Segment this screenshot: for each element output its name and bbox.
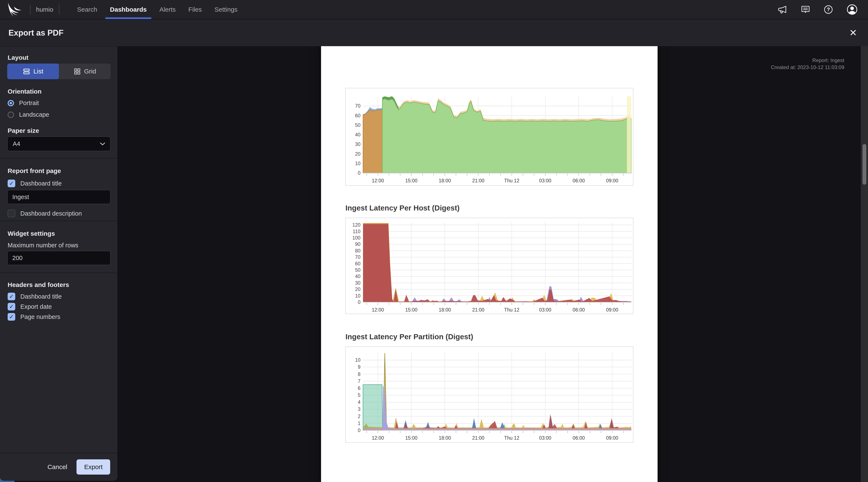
svg-text:09:00: 09:00 (606, 307, 618, 313)
hf-dashboard-title-row[interactable]: Dashboard title (8, 293, 62, 300)
svg-text:60: 60 (355, 261, 361, 266)
chevron-down-icon (100, 142, 105, 146)
svg-text:?: ? (827, 6, 830, 12)
megaphone-icon[interactable] (778, 5, 787, 14)
layout-heading: Layout (8, 54, 28, 61)
svg-text:06:00: 06:00 (572, 307, 585, 313)
list-label: List (33, 68, 43, 75)
export-dialog-header: Export as PDF ✕ (0, 20, 868, 46)
svg-text:0: 0 (358, 299, 361, 305)
nav-right-icons: ? (778, 4, 858, 15)
dashboard-title-label: Dashboard title (20, 180, 62, 187)
orientation-heading: Orientation (8, 88, 41, 95)
layout-segmented-control: List Grid (7, 64, 111, 79)
area-chart-latency-partition: 01234567891012:0015:0018:0021:00Thu 1203… (346, 347, 633, 442)
svg-text:110: 110 (352, 229, 361, 234)
chart-title-latency-partition: Ingest Latency Per Partition (Digest) (345, 332, 473, 341)
headers-footers-heading: Headers and footers (8, 281, 69, 288)
svg-text:1: 1 (358, 421, 361, 426)
svg-text:12:00: 12:00 (372, 307, 384, 313)
svg-text:06:00: 06:00 (572, 178, 585, 183)
radio-landscape[interactable]: Landscape (8, 111, 49, 118)
scrollbar-track[interactable] (861, 46, 868, 482)
portrait-radio-control[interactable] (8, 100, 14, 106)
max-rows-input[interactable] (7, 251, 111, 265)
svg-text:03:00: 03:00 (539, 307, 551, 313)
hf-export-date-row[interactable]: Export date (8, 303, 52, 311)
svg-text:70: 70 (355, 254, 361, 260)
grid-icon (73, 68, 81, 75)
svg-text:10: 10 (355, 293, 361, 299)
hf-dashboard-title-checkbox[interactable] (8, 293, 15, 300)
section-divider (0, 158, 117, 158)
layout-grid-button[interactable]: Grid (59, 64, 111, 79)
nav-item-files[interactable]: Files (182, 0, 208, 19)
nav-separator (30, 5, 31, 14)
svg-text:40: 40 (355, 274, 361, 279)
feedback-icon[interactable] (801, 5, 810, 14)
pdf-created-at: Created at: 2023-10-12 11:03:09 (771, 64, 844, 71)
dashboard-title-input[interactable] (7, 190, 111, 204)
area-chart-ingest-queue: 01020304050607012:0015:0018:0021:00Thu 1… (346, 88, 633, 185)
export-button[interactable]: Export (76, 459, 110, 475)
svg-text:21:00: 21:00 (472, 307, 485, 313)
svg-text:20: 20 (355, 151, 361, 157)
dashboard-description-label: Dashboard description (20, 210, 82, 217)
list-icon (23, 68, 30, 75)
svg-text:15:00: 15:00 (405, 435, 417, 441)
section-divider (0, 221, 117, 221)
svg-text:3: 3 (358, 407, 361, 412)
svg-text:15:00: 15:00 (405, 178, 417, 183)
dialog-title: Export as PDF (8, 28, 64, 37)
dashboard-title-checkbox[interactable] (8, 180, 15, 187)
falcon-logo-icon[interactable] (4, 2, 25, 18)
svg-text:Thu 12: Thu 12 (504, 178, 519, 183)
layout-list-button[interactable]: List (7, 64, 59, 79)
radio-portrait[interactable]: Portrait (8, 100, 39, 106)
hf-page-numbers-checkbox[interactable] (8, 313, 15, 321)
svg-text:7: 7 (358, 379, 361, 384)
paper-size-select[interactable]: A4 (7, 136, 111, 151)
help-icon[interactable]: ? (824, 5, 833, 14)
nav-item-search[interactable]: Search (71, 0, 104, 19)
hf-page-numbers-row[interactable]: Page numbers (8, 313, 60, 321)
hf-export-date-label: Export date (20, 303, 52, 310)
svg-text:10: 10 (355, 357, 361, 363)
dashboard-title-checkbox-row[interactable]: Dashboard title (8, 180, 62, 187)
nav-item-settings[interactable]: Settings (208, 0, 244, 19)
dashboard-description-checkbox[interactable] (8, 210, 15, 217)
svg-text:18:00: 18:00 (439, 178, 451, 183)
hf-page-numbers-label: Page numbers (20, 314, 60, 320)
svg-text:09:00: 09:00 (606, 178, 618, 183)
svg-text:18:00: 18:00 (439, 307, 451, 313)
svg-text:120: 120 (352, 222, 361, 228)
landscape-label: Landscape (19, 111, 49, 118)
nav-item-dashboards[interactable]: Dashboards (104, 0, 153, 19)
paper-size-value: A4 (13, 140, 20, 148)
close-icon[interactable]: ✕ (847, 27, 859, 38)
svg-text:03:00: 03:00 (539, 178, 551, 183)
export-settings-sidebar: Layout List Grid Orientation Portrait La… (0, 46, 117, 481)
cancel-button[interactable]: Cancel (48, 463, 67, 471)
svg-text:80: 80 (355, 248, 361, 254)
svg-text:06:00: 06:00 (572, 435, 585, 441)
svg-text:Thu 12: Thu 12 (504, 435, 519, 441)
svg-text:21:00: 21:00 (472, 435, 485, 441)
svg-text:9: 9 (358, 364, 361, 370)
paper-size-heading: Paper size (8, 127, 39, 134)
chart-panel-ingest-queue: 01020304050607012:0015:0018:0021:00Thu 1… (345, 88, 633, 186)
svg-text:50: 50 (355, 122, 361, 128)
hf-dashboard-title-label: Dashboard title (20, 293, 62, 300)
landscape-radio-control[interactable] (8, 111, 14, 118)
svg-text:2: 2 (358, 414, 361, 419)
account-icon[interactable] (846, 4, 858, 15)
nav-item-alerts[interactable]: Alerts (153, 0, 182, 19)
chart-panel-latency-host: 010203040506070809010011012012:0015:0018… (345, 218, 633, 314)
scrollbar-thumb[interactable] (863, 144, 866, 185)
svg-text:5: 5 (358, 392, 361, 398)
svg-text:30: 30 (355, 141, 361, 147)
hf-export-date-checkbox[interactable] (8, 303, 15, 311)
pdf-report-name: Report: Ingest (771, 57, 844, 64)
svg-text:8: 8 (358, 372, 361, 377)
dashboard-description-checkbox-row[interactable]: Dashboard description (8, 210, 82, 217)
